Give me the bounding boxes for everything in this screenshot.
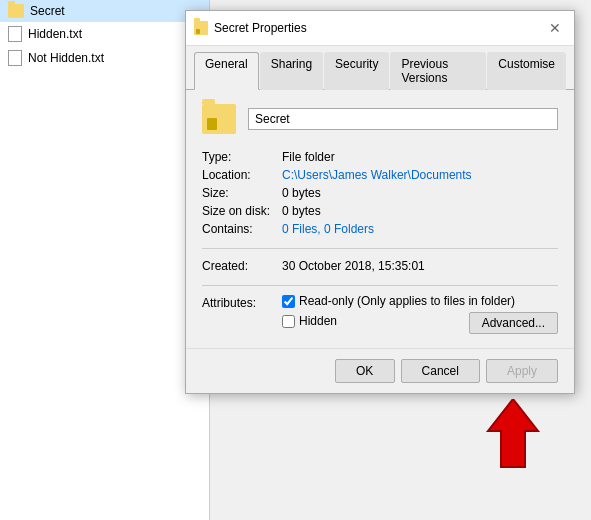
- tab-security[interactable]: Security: [324, 52, 389, 90]
- type-label: Type:: [202, 148, 282, 166]
- hidden-checkbox[interactable]: [282, 315, 295, 328]
- prop-location-row: Location: C:\Users\James Walker\Document…: [202, 166, 558, 184]
- type-value: File folder: [282, 148, 558, 166]
- cancel-button[interactable]: Cancel: [401, 359, 480, 383]
- created-label: Created:: [202, 257, 282, 275]
- readonly-row: Read-only (Only applies to files in fold…: [282, 294, 558, 308]
- size-on-disk-value: 0 bytes: [282, 202, 558, 220]
- contains-label: Contains:: [202, 220, 282, 238]
- properties-dialog: Secret Properties ✕ General Sharing Secu…: [185, 10, 575, 394]
- size-label: Size:: [202, 184, 282, 202]
- file-explorer-panel: Secret Hidden.txt Not Hidden.txt: [0, 0, 210, 520]
- created-table: Created: 30 October 2018, 15:35:01: [202, 257, 558, 275]
- attributes-label: Attributes:: [202, 294, 282, 310]
- file-icon: [8, 26, 22, 42]
- separator-2: [202, 285, 558, 286]
- size-on-disk-label: Size on disk:: [202, 202, 282, 220]
- prop-size-row: Size: 0 bytes: [202, 184, 558, 202]
- hidden-label: Hidden: [299, 314, 337, 328]
- tab-bar: General Sharing Security Previous Versio…: [186, 46, 574, 90]
- explorer-item-label: Not Hidden.txt: [28, 51, 104, 65]
- location-value: C:\Users\James Walker\Documents: [282, 166, 558, 184]
- folder-icon: [8, 4, 24, 18]
- advanced-button[interactable]: Advanced...: [469, 312, 558, 334]
- folder-name-input[interactable]: [248, 108, 558, 130]
- hidden-row: Hidden: [282, 314, 337, 328]
- dialog-content: Type: File folder Location: C:\Users\Jam…: [186, 90, 574, 348]
- dialog-footer: OK Cancel Apply: [186, 348, 574, 393]
- big-folder-icon: [202, 104, 236, 134]
- created-value: 30 October 2018, 15:35:01: [282, 257, 558, 275]
- title-bar: Secret Properties ✕: [186, 11, 574, 46]
- svg-marker-0: [488, 399, 538, 467]
- readonly-checkbox[interactable]: [282, 295, 295, 308]
- prop-size-on-disk-row: Size on disk: 0 bytes: [202, 202, 558, 220]
- title-bar-left: Secret Properties: [194, 21, 307, 35]
- close-button[interactable]: ✕: [544, 17, 566, 39]
- prop-type-row: Type: File folder: [202, 148, 558, 166]
- tab-customise[interactable]: Customise: [487, 52, 566, 90]
- explorer-item-not-hidden-txt[interactable]: Not Hidden.txt: [0, 46, 209, 70]
- properties-table: Type: File folder Location: C:\Users\Jam…: [202, 148, 558, 238]
- attributes-section: Attributes: Read-only (Only applies to f…: [202, 294, 558, 334]
- file-icon: [8, 50, 22, 66]
- dialog-title: Secret Properties: [214, 21, 307, 35]
- explorer-item-hidden-txt[interactable]: Hidden.txt: [0, 22, 209, 46]
- tab-previous-versions[interactable]: Previous Versions: [390, 52, 486, 90]
- explorer-item-label: Secret: [30, 4, 65, 18]
- apply-button[interactable]: Apply: [486, 359, 558, 383]
- contains-value: 0 Files, 0 Folders: [282, 220, 558, 238]
- explorer-item-label: Hidden.txt: [28, 27, 82, 41]
- red-arrow-annotation: [483, 399, 543, 472]
- tab-general[interactable]: General: [194, 52, 259, 90]
- size-value: 0 bytes: [282, 184, 558, 202]
- separator-1: [202, 248, 558, 249]
- tab-sharing[interactable]: Sharing: [260, 52, 323, 90]
- attributes-controls: Read-only (Only applies to files in fold…: [282, 294, 558, 334]
- prop-created-row: Created: 30 October 2018, 15:35:01: [202, 257, 558, 275]
- explorer-item-secret[interactable]: Secret: [0, 0, 209, 22]
- location-label: Location:: [202, 166, 282, 184]
- title-bar-folder-icon: [194, 21, 208, 35]
- prop-contains-row: Contains: 0 Files, 0 Folders: [202, 220, 558, 238]
- readonly-label: Read-only (Only applies to files in fold…: [299, 294, 515, 308]
- folder-name-row: [202, 104, 558, 134]
- ok-button[interactable]: OK: [335, 359, 395, 383]
